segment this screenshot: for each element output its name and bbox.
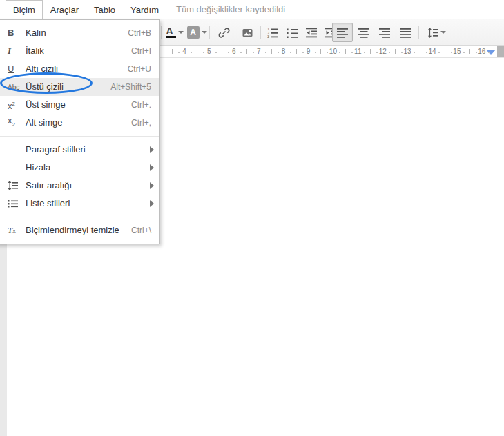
menu-item-italic[interactable]: IİtalikCtrl+I [0,42,159,60]
menu-item-label: Üst simge [26,96,131,114]
menu-item-line-spacing[interactable]: Satır aralığı [0,177,159,195]
menu-item-shortcut: Ctrl+, [131,114,159,132]
ruler-tick [445,49,445,54]
ruler-dot [302,52,304,53]
ruler-number: 5 [207,48,211,55]
menu-item-paragraph-styles[interactable]: Paragraf stilleri [0,141,159,159]
menu-item-shortcut: Ctrl+I [131,42,159,60]
highlight-caret-icon [202,31,207,34]
ruler-dot [315,52,316,53]
bulleted-list-button[interactable] [283,23,301,42]
ruler-tick [246,49,247,54]
align-right-button[interactable] [375,23,394,42]
menu-item-underline[interactable]: UAltı çiziliCtrl+U [0,60,159,78]
line-spacing-button[interactable] [423,23,449,42]
italic-icon: I [8,42,26,60]
ruler-dot [278,52,279,53]
line-spacing-icon [8,181,26,190]
ruler-dot [240,52,242,53]
decrease-indent-button[interactable] [302,23,320,42]
menu-item-clear-formatting[interactable]: TxBiçimlendirmeyi temizleCtrl+\ [0,221,159,239]
save-status: Tüm değişiklikler kaydedildi [176,0,285,19]
menu-item-bold[interactable]: BKalınCtrl+B [0,24,159,42]
ruler-number: 16 [478,48,485,55]
ruler-right-margin-zone [497,46,504,57]
ruler-dot [215,52,217,53]
menu-item-label: İtalik [26,42,131,60]
menu-item-align[interactable]: Hizala [0,159,159,177]
ruler-tick [320,49,321,54]
line-spacing-caret-icon [440,31,446,34]
ruler-dot [476,52,477,53]
menu-item-subscript[interactable]: x2Alt simgeCtrl+, [0,114,159,132]
ruler-dot [426,52,427,53]
ruler-tick [222,49,222,54]
menu-yardim[interactable]: Yardım [123,1,166,19]
ruler-dot [438,52,440,53]
format-menu-dropdown: BKalınCtrl+BIİtalikCtrl+IUAltı çiziliCtr… [0,19,160,244]
list-styles-icon [8,199,26,208]
ruler-tick [370,49,371,54]
ruler-number: 11 [354,48,361,55]
ruler-tick [197,49,197,54]
ruler-dot [414,52,415,53]
menu-separator [0,217,159,217]
ruler-dot [364,52,365,53]
google-docs-window: k, insan mutluluğunun öncelik taşıyan bi… [0,0,504,436]
menu-item-shortcut: Ctrl+\ [131,221,159,239]
ruler-tick [172,49,173,54]
ruler-tick [345,49,346,54]
svg-text:3: 3 [267,34,269,38]
submenu-arrow-icon [150,182,154,189]
text-color-caret-icon [178,31,184,34]
menu-item-strikethrough[interactable]: AbcÜstü çiziliAlt+Shift+5 [0,78,159,96]
ruler-number: 8 [282,48,286,55]
subscript-icon: x2 [8,112,26,134]
menu-item-shortcut: Ctrl+U [128,60,159,78]
highlight-color-button[interactable]: A [186,23,207,42]
align-center-button[interactable] [354,23,374,42]
menu-item-label: Alt simge [26,114,131,132]
menu-item-shortcut: Ctrl+. [131,96,159,114]
ruler-tick [420,49,420,54]
ruler-tick [271,49,272,54]
toolbar-separator [209,26,210,39]
menu-item-label: Kalın [26,24,128,42]
menu-item-superscript[interactable]: x2Üst simgeCtrl+. [0,96,159,114]
menu-item-label: Paragraf stilleri [26,141,159,159]
ruler-dot [389,52,390,53]
bold-icon: B [8,24,26,42]
underline-icon: U [8,60,26,78]
ruler-number: 14 [428,48,436,55]
menu-item-label: Hizala [26,159,159,177]
align-left-button[interactable] [332,23,353,42]
ruler-number: 6 [232,48,236,55]
menu-item-list-styles[interactable]: Liste stilleri [0,195,159,212]
menu-araclar[interactable]: Araçlar [43,1,86,19]
ruler-dot [451,52,452,53]
submenu-arrow-icon [150,200,154,207]
ruler-dot [191,52,192,53]
toolbar-separator [161,26,162,39]
ruler-number: 4 [182,48,186,55]
ruler-dot [463,52,465,53]
insert-image-button[interactable] [237,23,258,42]
menu-item-shortcut: Alt+Shift+5 [110,78,159,96]
numbered-list-button[interactable]: 123 [264,23,282,42]
ruler-dot [253,52,254,53]
justify-button[interactable] [396,23,415,42]
menu-separator [0,136,159,137]
menu-tablo[interactable]: Tablo [86,1,123,19]
menu-item-label: Üstü çizili [26,78,110,96]
clear-formatting-icon: Tx [8,221,26,240]
ruler-number: 12 [379,48,387,55]
insert-link-button[interactable] [213,23,234,42]
menu-item-label: Biçimlendirmeyi temizle [26,221,131,239]
menu-bar: BiçimAraçlarTabloYardımTüm değişiklikler… [0,0,504,19]
ruler-tick [395,49,396,54]
menu-bicim[interactable]: Biçim [6,0,43,20]
submenu-arrow-icon [150,164,154,171]
submenu-arrow-icon [150,146,154,153]
text-color-button[interactable]: A [164,23,185,42]
menu-item-label: Liste stilleri [26,195,159,212]
